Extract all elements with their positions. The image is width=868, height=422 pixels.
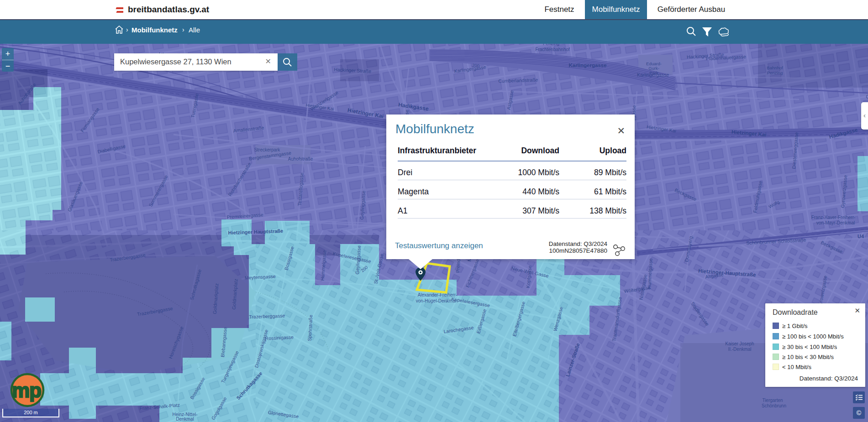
svg-text:Alexander-Freiherr-: Alexander-Freiherr- [418, 292, 458, 297]
svg-text:Frachtenbahnhof: Frachtenbahnhof [535, 47, 570, 52]
svg-text:Franz-Xaver-Freiherr-: Franz-Xaver-Freiherr- [811, 215, 856, 220]
svg-text:Denkmal: Denkmal [176, 417, 194, 422]
svg-text:Auhofstraße: Auhofstraße [288, 156, 313, 162]
svg-text:Tiergarten: Tiergarten [762, 398, 783, 403]
svg-text:Schönbrunn: Schönbrunn [762, 403, 786, 408]
svg-text:II.-Denkmal: II.-Denkmal [728, 347, 751, 352]
svg-text:Cumberlandstraße: Cumberlandstraße [866, 94, 868, 99]
svg-text:mp: mp [12, 379, 41, 401]
svg-text:von-Hügel-Denkmal: von-Hügel-Denkmal [416, 298, 456, 303]
svg-text:Streckerpark: Streckerpark [254, 147, 281, 152]
svg-text:Karlingergasse: Karlingergasse [637, 72, 669, 78]
svg-text:Penzing: Penzing [767, 70, 783, 75]
svg-text:U4: U4 [857, 234, 864, 239]
svg-text:Kaiser Joseph: Kaiser Joseph [725, 341, 754, 346]
svg-text:von-Mayr-Denkmal: von-Mayr-Denkmal [816, 220, 855, 225]
svg-text:Penzing: Penzing [543, 44, 559, 46]
svg-text:Karlingergasse: Karlingergasse [568, 63, 606, 68]
svg-text:Bahnhof: Bahnhof [767, 65, 783, 70]
